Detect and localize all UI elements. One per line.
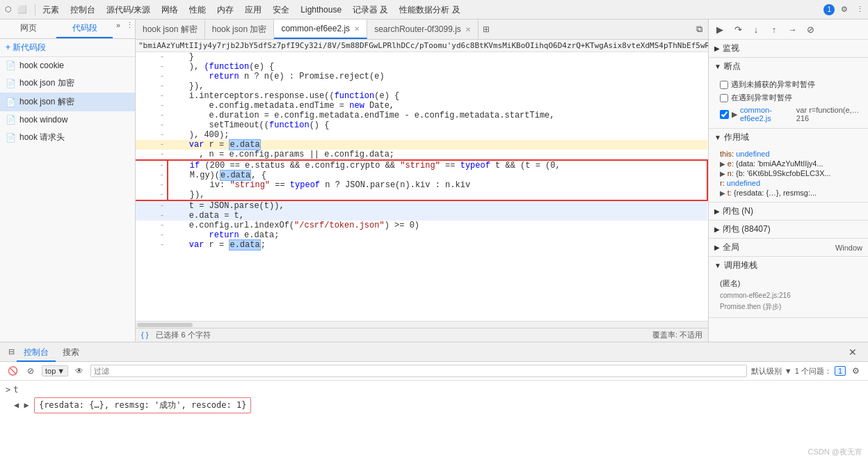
close-tab-common[interactable]: ✕ [354, 25, 360, 33]
console-eye-button[interactable]: 👁 [72, 364, 86, 378]
expand-result-icon[interactable]: ◀ [14, 400, 24, 410]
scope-r: r: undefined [720, 178, 862, 188]
tab-webpage[interactable]: 网页 [0, 19, 56, 38]
breakpoints-section-header[interactable]: ▼ 断点 [709, 58, 868, 75]
console-settings-icon[interactable]: ⚙ [849, 364, 862, 378]
snippet-hook-request[interactable]: 📄 hook 请求头 [0, 128, 135, 147]
deactivate-button[interactable]: ⊘ [803, 22, 817, 36]
sidebar-more-icon[interactable]: » [113, 19, 124, 31]
step-out-button[interactable]: ↑ [767, 22, 781, 36]
console-filter-input[interactable] [90, 365, 747, 377]
snippet-hook-window[interactable]: 📄 hook window [0, 111, 135, 128]
scope-label: 作用域 [724, 132, 749, 143]
console-close-icon[interactable]: ✕ [843, 347, 862, 358]
console-filter-button[interactable]: ⊘ [24, 364, 38, 378]
code-scroll[interactable]: - } - ), (function(e) { - return [136, 52, 708, 321]
global-value: Window [835, 244, 862, 252]
console-clear-button[interactable]: 🚫 [6, 364, 19, 378]
table-row: - e.config.url.indexOf("/csrf/token.json… [136, 221, 707, 230]
editor-split-icon[interactable]: ⧉ [691, 24, 708, 35]
sidebar: 网页 代码段 » ⋮ + 新代码段 📄 hook cookie 📄 hook j… [0, 19, 136, 342]
snippet-file-icon-4: 📄 [6, 115, 15, 125]
more-icon[interactable]: ⋮ [854, 4, 865, 15]
tab-console[interactable]: 控制台 [17, 342, 56, 362]
uncaught-exception-label: 遇到未捕获的异常时暂停 [731, 79, 815, 90]
closure-88407-section: ▶ 闭包 (88407) [709, 221, 868, 239]
watch-section-header[interactable]: ▶ 监视 [709, 40, 868, 57]
menu-lighthouse[interactable]: Lighthouse [295, 0, 347, 19]
default-level-label[interactable]: 默认级别 [751, 366, 782, 376]
watch-section: ▶ 监视 [709, 40, 868, 58]
uncaught-exception-checkbox[interactable] [720, 81, 728, 89]
step-over-button[interactable]: ↷ [731, 22, 745, 36]
menu-console[interactable]: 控制台 [65, 0, 101, 19]
callstack-header[interactable]: ▼ 调用堆栈 [709, 257, 868, 274]
resume-button[interactable]: ▶ [713, 22, 727, 36]
scrollbar-thumb[interactable] [137, 323, 193, 327]
tab-hook-json-decrypt[interactable]: hook json 解密 [136, 19, 205, 39]
closure-n-label: 闭包 (N) [723, 205, 753, 217]
scope-section-header[interactable]: ▼ 作用域 [709, 129, 868, 146]
table-row: - , n = e.config.params || e.config.data… [136, 150, 707, 160]
step-button[interactable]: → [785, 22, 799, 36]
tab-hook-json-encrypt[interactable]: hook json 加密 [205, 19, 275, 39]
selection-info: { } 已选择 6 个字符 [141, 330, 211, 340]
closure-n-arrow: ▶ [714, 207, 720, 215]
scope-e[interactable]: ▶ e: {data: 'bmiAAzYuMtIIjy4... [720, 159, 862, 168]
global-header[interactable]: ▶ 全局 Window [709, 239, 868, 256]
inspect-icon[interactable]: ⬜ [17, 4, 28, 15]
menu-app[interactable]: 应用 [239, 0, 267, 19]
new-snippet-button[interactable]: + 新代码段 [0, 39, 135, 57]
editor-tabs: hook json 解密 hook json 加密 common-ef6ee2.… [136, 19, 708, 40]
menu-performance[interactable]: 性能 [184, 0, 211, 19]
snippet-file-icon-3: 📄 [6, 97, 15, 107]
menu-recorder[interactable]: 记录器 及 [347, 0, 394, 19]
snippet-hook-json-encrypt[interactable]: 📄 hook json 加密 [0, 74, 135, 93]
uncaught-exception-checkbox-row: 遇到未捕获的异常时暂停 [720, 78, 862, 91]
breakpoints-arrow: ▼ [714, 63, 721, 70]
console-input-text: t [13, 385, 18, 395]
coverage-info: 覆盖率: 不适用 [652, 330, 702, 340]
tab-common-ef6ee2[interactable]: common-ef6ee2.js ✕ [274, 19, 367, 39]
caught-exception-checkbox[interactable] [720, 94, 728, 102]
console-top-icon[interactable]: ⊟ [6, 347, 17, 358]
breakpoint-file[interactable]: common-ef6ee2.js [740, 106, 794, 122]
snippet-file-icon-2: 📄 [6, 79, 15, 88]
expand-triangle[interactable]: ▶ [24, 400, 33, 410]
menu-perf-insights[interactable]: 性能数据分析 及 [394, 0, 465, 19]
step-into-button[interactable]: ↓ [749, 22, 763, 36]
snippet-hook-json-decrypt[interactable]: 📄 hook json 解密 [0, 93, 135, 111]
snippet-hook-cookie[interactable]: 📄 hook cookie [0, 57, 135, 74]
closure-n-header[interactable]: ▶ 闭包 (N) [709, 203, 868, 220]
menu-elements[interactable]: 元素 [37, 0, 65, 19]
callstack-content: (匿名) common-ef6ee2.js:216 Promise.then (… [709, 274, 868, 317]
scope-t[interactable]: ▶ t: {resdata: {…}, resmsg:... [720, 188, 862, 198]
console-area: ⊟ 控制台 搜索 ✕ 🚫 ⊘ top ▼ 👁 默认级别 ▼ 1 个问题： 1 ⚙… [0, 342, 868, 460]
code-horizontal-scrollbar[interactable] [136, 321, 708, 328]
menu-sources[interactable]: 源代码/来源 [101, 0, 156, 19]
menu-security[interactable]: 安全 [267, 0, 295, 19]
console-context-selector[interactable]: top ▼ [42, 365, 68, 376]
code-status-bar: { } 已选择 6 个字符 覆盖率: 不适用 [136, 328, 708, 342]
issues-badge[interactable]: 1 [835, 366, 846, 376]
callstack-arrow: ▼ [714, 262, 721, 269]
table-row: - var r = e.data; [136, 240, 707, 250]
tabs-more-icon[interactable]: ⊞ [479, 24, 494, 34]
tab-search[interactable]: 搜索 [56, 342, 86, 362]
sidebar-tabs: 网页 代码段 » ⋮ [0, 19, 135, 39]
callstack-anonymous[interactable]: (匿名) [720, 277, 862, 290]
cursor-icon[interactable]: ⬡ [3, 4, 14, 15]
menu-network[interactable]: 网络 [156, 0, 184, 19]
breakpoint-detail: var r=function(e,… 216 [796, 106, 862, 122]
closure-88407-header[interactable]: ▶ 闭包 (88407) [709, 221, 868, 238]
table-row-highlight: - var r = e.data [136, 140, 707, 150]
tab-search-router[interactable]: searchRouter-0f3099.js ✕ [367, 19, 479, 39]
tab-snippets[interactable]: 代码段 [56, 19, 113, 38]
sidebar-menu-icon[interactable]: ⋮ [124, 19, 135, 31]
scope-n[interactable]: ▶ n: {b: '6Kt6bL9SkcfobELC3X... [720, 168, 862, 178]
close-tab-search[interactable]: ✕ [465, 26, 471, 33]
menu-memory[interactable]: 内存 [211, 0, 239, 19]
snippet-file-icon: 📄 [6, 61, 15, 70]
breakpoint-checkbox-1[interactable] [720, 110, 729, 119]
settings-icon[interactable]: ⚙ [839, 4, 850, 15]
